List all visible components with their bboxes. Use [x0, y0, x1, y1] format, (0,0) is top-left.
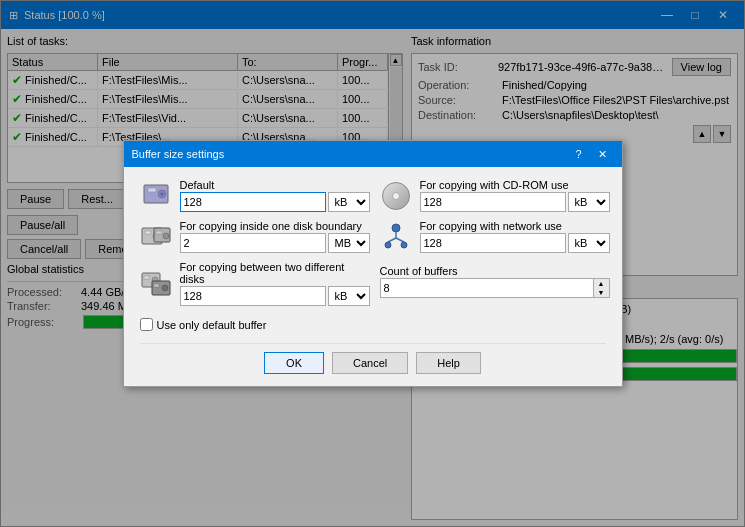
- svg-rect-5: [145, 231, 151, 234]
- cdrom-input[interactable]: [420, 192, 566, 212]
- svg-rect-8: [156, 231, 162, 234]
- copy-inside-field-row: kB MB GB: [180, 233, 370, 253]
- spinner-down-button[interactable]: ▼: [594, 288, 609, 297]
- cancel-button[interactable]: Cancel: [332, 352, 408, 374]
- cd-graphic: [382, 182, 410, 210]
- default-label: Default: [180, 179, 370, 191]
- svg-point-16: [392, 224, 400, 232]
- dialog-help-button[interactable]: ?: [568, 144, 590, 164]
- copy-inside-input-group: For copying inside one disk boundary kB …: [180, 220, 370, 253]
- spinner-up-button[interactable]: ▲: [594, 279, 609, 288]
- network-input-group: For copying with network use kB MB GB: [420, 220, 610, 253]
- disk-icon-3: [140, 270, 172, 298]
- cdrom-icon: [380, 182, 412, 210]
- count-buffers-input[interactable]: [381, 279, 593, 297]
- count-buffers-spinner: ▲ ▼: [380, 278, 610, 298]
- svg-point-9: [163, 233, 169, 239]
- use-only-default-checkbox[interactable]: [140, 318, 153, 331]
- svg-point-21: [401, 242, 407, 248]
- svg-rect-11: [144, 276, 149, 279]
- copy-different-label: For copying between two different disks: [180, 261, 370, 285]
- default-input-group: Default kB MB GB: [180, 179, 370, 212]
- disk-svg-2: [140, 222, 172, 252]
- network-input[interactable]: [420, 233, 566, 253]
- dialog-overlay: Buffer size settings ? ✕: [0, 0, 745, 527]
- cd-hole: [392, 192, 400, 200]
- spinner-buttons: ▲ ▼: [593, 279, 609, 297]
- network-field-row: kB MB GB: [420, 233, 610, 253]
- svg-point-20: [385, 242, 391, 248]
- copy-different-input-group: For copying between two different disks …: [180, 261, 370, 306]
- dialog-left: Default kB MB GB: [140, 179, 370, 331]
- dialog-title-controls: ? ✕: [568, 144, 614, 164]
- network-field-group: For copying with network use kB MB GB: [380, 220, 610, 253]
- network-unit-select[interactable]: kB MB GB: [568, 233, 610, 253]
- dialog-right: For copying with CD-ROM use kB MB GB: [380, 179, 610, 331]
- disk-icon: [140, 182, 172, 210]
- disk-graphic: [140, 181, 172, 211]
- cdrom-label: For copying with CD-ROM use: [420, 179, 610, 191]
- network-label: For copying with network use: [420, 220, 610, 232]
- cdrom-field-group: For copying with CD-ROM use kB MB GB: [380, 179, 610, 212]
- ok-button[interactable]: OK: [264, 352, 324, 374]
- dialog-grid: Default kB MB GB: [140, 179, 606, 331]
- count-buffers-label: Count of buffers: [380, 265, 610, 277]
- default-field-row: kB MB GB: [180, 192, 370, 212]
- dialog-close-button[interactable]: ✕: [592, 144, 614, 164]
- buffer-size-dialog: Buffer size settings ? ✕: [123, 140, 623, 387]
- svg-rect-1: [148, 188, 156, 192]
- checkbox-row: Use only default buffer: [140, 318, 370, 331]
- network-icon: [380, 223, 412, 251]
- copy-inside-label: For copying inside one disk boundary: [180, 220, 370, 232]
- copy-different-field-group: For copying between two different disks …: [140, 261, 370, 306]
- svg-line-18: [388, 238, 396, 242]
- svg-point-3: [160, 192, 163, 195]
- count-buffers-field-row: ▲ ▼: [380, 278, 610, 298]
- network-svg: [380, 222, 412, 252]
- svg-point-15: [162, 285, 168, 291]
- dialog-buttons: OK Cancel Help: [140, 343, 606, 374]
- default-unit-select[interactable]: kB MB GB: [328, 192, 370, 212]
- cdrom-field-row: kB MB GB: [420, 192, 610, 212]
- cdrom-unit-select[interactable]: kB MB GB: [568, 192, 610, 212]
- svg-line-19: [396, 238, 404, 242]
- cdrom-input-group: For copying with CD-ROM use kB MB GB: [420, 179, 610, 212]
- copy-inside-input[interactable]: [180, 233, 326, 253]
- copy-different-input[interactable]: [180, 286, 326, 306]
- copy-inside-unit-select[interactable]: kB MB GB: [328, 233, 370, 253]
- disk-icon-2: [140, 223, 172, 251]
- default-input[interactable]: [180, 192, 326, 212]
- svg-rect-14: [154, 284, 159, 287]
- copy-different-unit-select[interactable]: kB MB GB: [328, 286, 370, 306]
- copy-different-field-row: kB MB GB: [180, 286, 370, 306]
- disk-svg: [140, 181, 172, 211]
- count-buffers-group: Count of buffers ▲ ▼: [380, 265, 610, 298]
- disk-svg-3: [140, 269, 172, 299]
- copy-inside-field-group: For copying inside one disk boundary kB …: [140, 220, 370, 253]
- dialog-content: Default kB MB GB: [124, 167, 622, 386]
- dialog-title: Buffer size settings: [132, 148, 225, 160]
- dialog-title-bar: Buffer size settings ? ✕: [124, 141, 622, 167]
- checkbox-label: Use only default buffer: [157, 319, 267, 331]
- help-button[interactable]: Help: [416, 352, 481, 374]
- default-field-group: Default kB MB GB: [140, 179, 370, 212]
